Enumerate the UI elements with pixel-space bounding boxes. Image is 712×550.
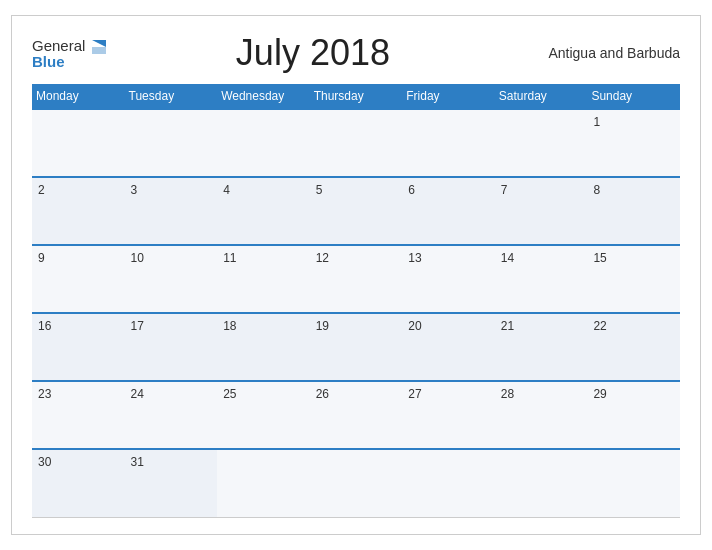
day-number: 29 — [593, 387, 606, 401]
svg-marker-0 — [92, 40, 106, 47]
weekday-header-row: Monday Tuesday Wednesday Thursday Friday… — [32, 84, 680, 109]
day-number: 16 — [38, 319, 51, 333]
calendar-cell — [310, 449, 403, 517]
calendar-cell: 21 — [495, 313, 588, 381]
calendar-cell — [125, 109, 218, 177]
calendar-cell: 13 — [402, 245, 495, 313]
calendar-cell: 14 — [495, 245, 588, 313]
calendar-header: General Blue July 2018 Antigua and Barbu… — [32, 32, 680, 74]
calendar-cell — [310, 109, 403, 177]
week-row-6: 3031 — [32, 449, 680, 517]
calendar-cell: 28 — [495, 381, 588, 449]
week-row-5: 23242526272829 — [32, 381, 680, 449]
calendar-cell: 3 — [125, 177, 218, 245]
header-friday: Friday — [402, 84, 495, 109]
header-thursday: Thursday — [310, 84, 403, 109]
day-number: 14 — [501, 251, 514, 265]
day-number: 28 — [501, 387, 514, 401]
calendar-cell: 10 — [125, 245, 218, 313]
calendar-cell: 9 — [32, 245, 125, 313]
calendar-cell: 27 — [402, 381, 495, 449]
day-number: 11 — [223, 251, 236, 265]
calendar-cell: 31 — [125, 449, 218, 517]
day-number: 22 — [593, 319, 606, 333]
calendar-cell: 1 — [587, 109, 680, 177]
calendar-cell — [217, 109, 310, 177]
header-saturday: Saturday — [495, 84, 588, 109]
calendar-title: July 2018 — [106, 32, 520, 74]
calendar-cell — [402, 449, 495, 517]
week-row-3: 9101112131415 — [32, 245, 680, 313]
calendar-cell — [495, 109, 588, 177]
calendar-cell: 17 — [125, 313, 218, 381]
calendar-cell: 6 — [402, 177, 495, 245]
calendar-cell: 5 — [310, 177, 403, 245]
calendar-cell: 2 — [32, 177, 125, 245]
header-monday: Monday — [32, 84, 125, 109]
calendar-cell: 7 — [495, 177, 588, 245]
day-number: 24 — [131, 387, 144, 401]
calendar-cell: 23 — [32, 381, 125, 449]
calendar-cell: 25 — [217, 381, 310, 449]
day-number: 23 — [38, 387, 51, 401]
calendar-cell: 15 — [587, 245, 680, 313]
svg-marker-1 — [92, 47, 106, 54]
calendar-cell: 8 — [587, 177, 680, 245]
calendar-cell — [217, 449, 310, 517]
day-number: 26 — [316, 387, 329, 401]
logo: General Blue — [32, 38, 106, 69]
day-number: 1 — [593, 115, 600, 129]
day-number: 18 — [223, 319, 236, 333]
calendar-cell — [32, 109, 125, 177]
header-sunday: Sunday — [587, 84, 680, 109]
day-number: 17 — [131, 319, 144, 333]
day-number: 6 — [408, 183, 415, 197]
logo-flag-icon — [92, 40, 106, 54]
calendar-cell — [495, 449, 588, 517]
calendar-cell: 4 — [217, 177, 310, 245]
logo-text: General — [32, 38, 106, 54]
day-number: 2 — [38, 183, 45, 197]
calendar-country: Antigua and Barbuda — [520, 45, 680, 61]
day-number: 31 — [131, 455, 144, 469]
week-row-1: 1 — [32, 109, 680, 177]
calendar-container: General Blue July 2018 Antigua and Barbu… — [11, 15, 701, 535]
week-row-2: 2345678 — [32, 177, 680, 245]
day-number: 13 — [408, 251, 421, 265]
header-wednesday: Wednesday — [217, 84, 310, 109]
logo-general: General — [32, 37, 85, 54]
calendar-cell: 12 — [310, 245, 403, 313]
header-tuesday: Tuesday — [125, 84, 218, 109]
day-number: 12 — [316, 251, 329, 265]
calendar-cell: 20 — [402, 313, 495, 381]
day-number: 20 — [408, 319, 421, 333]
calendar-cell — [587, 449, 680, 517]
calendar-cell: 22 — [587, 313, 680, 381]
day-number: 5 — [316, 183, 323, 197]
day-number: 25 — [223, 387, 236, 401]
calendar-cell: 18 — [217, 313, 310, 381]
calendar-cell — [402, 109, 495, 177]
day-number: 21 — [501, 319, 514, 333]
calendar-table: Monday Tuesday Wednesday Thursday Friday… — [32, 84, 680, 518]
calendar-cell: 16 — [32, 313, 125, 381]
calendar-cell: 26 — [310, 381, 403, 449]
day-number: 10 — [131, 251, 144, 265]
day-number: 27 — [408, 387, 421, 401]
calendar-cell: 24 — [125, 381, 218, 449]
calendar-cell: 29 — [587, 381, 680, 449]
day-number: 9 — [38, 251, 45, 265]
day-number: 15 — [593, 251, 606, 265]
day-number: 30 — [38, 455, 51, 469]
calendar-cell: 11 — [217, 245, 310, 313]
day-number: 3 — [131, 183, 138, 197]
day-number: 8 — [593, 183, 600, 197]
week-row-4: 16171819202122 — [32, 313, 680, 381]
logo-blue: Blue — [32, 54, 106, 69]
calendar-cell: 30 — [32, 449, 125, 517]
day-number: 4 — [223, 183, 230, 197]
calendar-cell: 19 — [310, 313, 403, 381]
day-number: 19 — [316, 319, 329, 333]
day-number: 7 — [501, 183, 508, 197]
